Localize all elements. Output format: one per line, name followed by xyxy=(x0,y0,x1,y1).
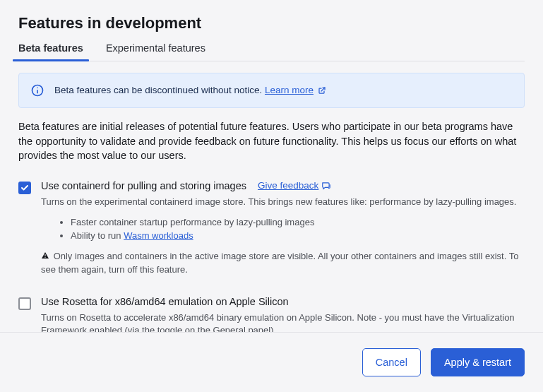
tab-beta-features[interactable]: Beta features xyxy=(18,42,83,61)
svg-point-2 xyxy=(37,87,38,88)
external-link-icon xyxy=(318,86,326,97)
svg-rect-4 xyxy=(45,257,46,258)
list-item: Ability to run Wasm workloads xyxy=(71,229,525,243)
warning-icon xyxy=(41,251,49,263)
page-title: Features in development xyxy=(18,14,525,32)
cancel-button[interactable]: Cancel xyxy=(362,348,421,376)
tab-bar: Beta features Experimental features xyxy=(18,42,525,61)
feature-containerd: Use containerd for pulling and storing i… xyxy=(18,180,525,277)
feedback-label: Give feedback xyxy=(258,180,318,191)
feedback-icon xyxy=(321,182,331,190)
info-icon xyxy=(30,83,44,97)
tab-description: Beta features are initial releases of po… xyxy=(18,119,525,163)
info-message: Beta features can be discontinued withou… xyxy=(54,85,265,95)
give-feedback-link[interactable]: Give feedback xyxy=(258,180,331,191)
svg-rect-3 xyxy=(45,254,46,256)
feature-title: Use Rosetta for x86/amd64 emulation on A… xyxy=(41,296,289,307)
footer-bar: Cancel Apply & restart xyxy=(0,332,543,392)
learn-more-link[interactable]: Learn more xyxy=(265,85,314,95)
settings-panel: Features in development Beta features Ex… xyxy=(0,0,543,332)
bullet-prefix: Ability to run xyxy=(71,230,124,241)
list-item: Faster container startup performance by … xyxy=(71,215,525,230)
tab-label: Experimental features xyxy=(106,42,205,54)
feature-description: Turns on the experimental containerd ima… xyxy=(41,196,525,208)
info-banner: Beta features can be discontinued withou… xyxy=(18,73,525,108)
warning-text: Only images and containers in the active… xyxy=(41,251,518,275)
info-text: Beta features can be discontinued withou… xyxy=(54,85,326,97)
apply-restart-button[interactable]: Apply & restart xyxy=(431,348,525,376)
feature-bullets: Faster container startup performance by … xyxy=(71,215,525,243)
wasm-workloads-link[interactable]: Wasm workloads xyxy=(124,230,193,241)
rosetta-checkbox[interactable] xyxy=(18,297,31,310)
feature-description: Turns on Rosetta to accelerate x86/amd64… xyxy=(41,311,525,332)
feature-title: Use containerd for pulling and storing i… xyxy=(41,180,246,191)
tab-experimental-features[interactable]: Experimental features xyxy=(106,42,205,61)
containerd-checkbox[interactable] xyxy=(18,182,31,194)
feature-warning: Only images and containers in the active… xyxy=(41,250,525,276)
tab-label: Beta features xyxy=(18,42,83,54)
bullet-text: Faster container startup performance by … xyxy=(71,217,314,227)
feature-rosetta: Use Rosetta for x86/amd64 emulation on A… xyxy=(18,296,525,332)
